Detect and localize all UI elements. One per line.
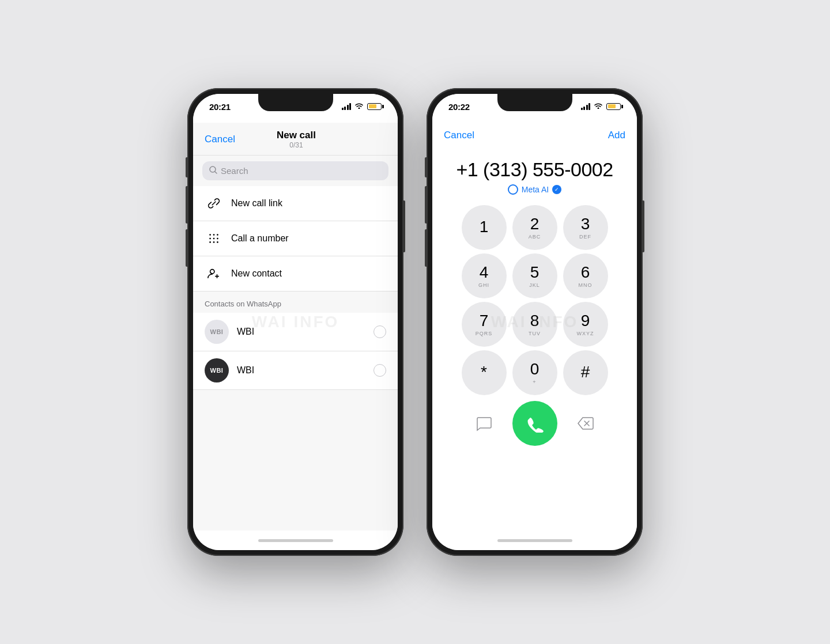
vol-down-button-2[interactable] [425,229,427,267]
dial-alpha-2: ABC [529,234,541,240]
call-button[interactable] [512,401,557,446]
verified-icon: ✓ [552,185,561,194]
battery-icon-2 [606,103,621,110]
dial-num-7: 7 [480,312,489,330]
number-display: +1 (313) 555-0002 Meta AI ✓ [432,147,637,199]
dial-num-5: 5 [530,264,540,282]
dial-key-2[interactable]: 2 ABC [512,205,557,250]
dial-alpha-4: GHI [478,282,489,288]
wifi-icon-2 [594,102,603,111]
dial-row-4: * 0 + # [444,350,625,395]
svg-point-4 [217,234,218,236]
meta-ai-dot [508,184,518,195]
contacts-section: Contacts on WhatsApp WBI WBI WBI WBI [193,291,398,531]
phone-1: 20:21 Cancel New call 0/31 [187,88,403,556]
contact-name-1: WBI [237,327,365,337]
dial-alpha-6: MNO [579,282,593,288]
dial-alpha-0: + [533,379,536,385]
signal-icon-2 [581,103,591,110]
wifi-icon-1 [354,102,364,111]
call-number-item[interactable]: Call a number [193,221,398,256]
status-time-1: 20:21 [209,102,231,112]
notch-2 [497,94,572,111]
dial-key-8[interactable]: 8 TUV [512,302,557,347]
contact-name-2: WBI [237,365,365,376]
contact-item-2[interactable]: WBI WBI [193,351,398,390]
phone-2: 20:22 Cancel Add +1 (31 [427,88,643,556]
dial-num-hash: # [581,363,590,381]
signal-icon-1 [342,103,352,110]
nav-bar-1: Cancel New call 0/31 [193,123,398,156]
svg-point-9 [213,241,215,243]
search-placeholder: Search [221,166,248,176]
nav-title-1: New call [277,130,316,141]
dial-key-3[interactable]: 3 DEF [563,205,608,250]
new-call-link-item[interactable]: New call link [193,186,398,221]
dial-num-3: 3 [581,215,590,233]
menu-section: New call link [193,186,398,291]
dial-num-1: 1 [480,218,489,236]
dial-key-4[interactable]: 4 GHI [462,253,507,298]
dial-key-star[interactable]: * [462,350,507,395]
battery-icon-1 [367,103,382,110]
dial-alpha-3: DEF [579,234,591,240]
search-icon [209,166,217,176]
svg-line-1 [215,172,217,173]
dialed-number: +1 (313) 555-0002 [444,158,625,181]
dial-num-0: 0 [530,361,540,378]
svg-point-2 [209,234,211,236]
dialpad-icon [205,229,223,248]
vol-up-button[interactable] [186,186,187,223]
dial-num-star: * [481,363,487,381]
dialer-nav: Cancel Add [432,123,637,147]
status-icons-2 [581,102,621,111]
status-time-2: 20:22 [448,102,470,112]
add-button[interactable]: Add [608,130,625,141]
contact-item-1[interactable]: WBI WBI [193,313,398,351]
delete-action[interactable] [563,401,608,446]
nav-center-1: New call 0/31 [277,130,316,149]
dial-key-7[interactable]: 7 PQRS [462,302,507,347]
cancel-button-1[interactable]: Cancel [205,134,235,145]
dial-pad: 1 2 ABC 3 DEF 4 GHI [432,199,637,531]
link-icon [205,194,223,213]
avatar-2: WBI [205,358,229,382]
new-contact-label: New contact [231,268,282,279]
svg-point-3 [213,234,215,236]
dial-key-hash[interactable]: # [563,350,608,395]
dial-bottom-row [444,401,625,446]
avatar-1: WBI [205,320,229,344]
dial-key-1[interactable]: 1 [462,205,507,250]
new-call-link-label: New call link [231,198,282,209]
dial-key-9[interactable]: 9 WXYZ [563,302,608,347]
dial-alpha-5: JKL [529,282,540,288]
home-bar-1 [258,539,333,542]
svg-point-11 [210,270,214,274]
svg-point-8 [209,241,211,243]
contact-radio-2[interactable] [373,364,386,377]
status-bar-2: 20:22 [432,94,637,123]
new-contact-item[interactable]: New contact [193,256,398,291]
contacts-header: Contacts on WhatsApp [193,291,398,313]
power-button[interactable] [403,200,405,252]
dial-key-6[interactable]: 6 MNO [563,253,608,298]
vol-up-button-2[interactable] [425,186,427,223]
message-action[interactable] [462,401,507,446]
contact-radio-1[interactable] [373,325,386,338]
svg-point-10 [217,241,218,243]
svg-point-7 [217,238,218,240]
dial-key-5[interactable]: 5 JKL [512,253,557,298]
screen-1: Cancel New call 0/31 Search [193,123,398,531]
dial-row-1: 1 2 ABC 3 DEF [444,205,625,250]
dial-row-3: 7 PQRS 8 TUV 9 WXYZ [444,302,625,347]
home-indicator-1 [193,531,398,550]
search-wrap: Search [193,156,398,186]
notch-1 [258,94,333,111]
cancel-button-2[interactable]: Cancel [444,130,474,141]
call-number-label: Call a number [231,233,289,244]
vol-down-button[interactable] [186,229,187,267]
search-bar[interactable]: Search [202,161,388,180]
power-button-2[interactable] [643,200,644,252]
dial-alpha-7: PQRS [476,331,493,336]
dial-key-0[interactable]: 0 + [512,350,557,395]
